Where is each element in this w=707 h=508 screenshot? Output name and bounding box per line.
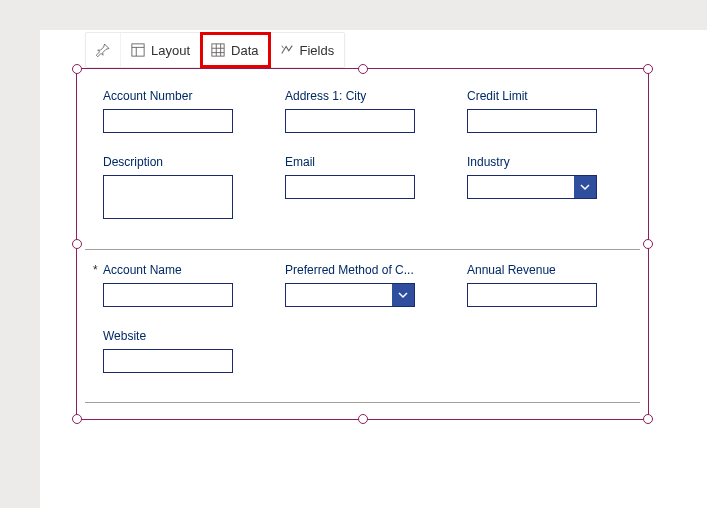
resize-handle-ml[interactable] bbox=[72, 239, 82, 249]
pin-button[interactable] bbox=[86, 33, 121, 67]
label-industry: Industry bbox=[467, 155, 627, 169]
layout-icon bbox=[131, 43, 145, 57]
label-annual-revenue: Annual Revenue bbox=[467, 263, 627, 277]
layout-label: Layout bbox=[151, 43, 190, 58]
input-website[interactable] bbox=[103, 349, 233, 373]
label-credit-limit: Credit Limit bbox=[467, 89, 627, 103]
pin-icon bbox=[96, 43, 110, 57]
fields-label: Fields bbox=[300, 43, 335, 58]
chevron-down-icon bbox=[398, 290, 408, 300]
resize-handle-tm[interactable] bbox=[358, 64, 368, 74]
dropdown-button-industry[interactable] bbox=[574, 176, 596, 198]
data-label: Data bbox=[231, 43, 258, 58]
grid-icon bbox=[211, 43, 225, 57]
field-description[interactable]: Description bbox=[103, 155, 263, 219]
svg-rect-3 bbox=[212, 44, 224, 56]
chevron-down-icon bbox=[580, 182, 590, 192]
dropdown-industry[interactable] bbox=[467, 175, 597, 199]
resize-handle-mr[interactable] bbox=[643, 239, 653, 249]
label-address1-city: Address 1: City bbox=[285, 89, 445, 103]
fields-button[interactable]: Fields bbox=[270, 33, 345, 67]
field-account-name[interactable]: * Account Name bbox=[103, 263, 263, 307]
input-email[interactable] bbox=[285, 175, 415, 199]
field-website[interactable]: Website bbox=[103, 329, 263, 373]
resize-handle-br[interactable] bbox=[643, 414, 653, 424]
required-mark: * bbox=[93, 263, 98, 277]
context-toolbar: Layout Data Fields bbox=[85, 32, 345, 68]
label-description: Description bbox=[103, 155, 263, 169]
input-address1-city[interactable] bbox=[285, 109, 415, 133]
form-selection-frame[interactable]: Account Number Address 1: City Credit Li… bbox=[76, 68, 649, 420]
resize-handle-tr[interactable] bbox=[643, 64, 653, 74]
field-preferred-method[interactable]: Preferred Method of C... bbox=[285, 263, 445, 307]
input-description[interactable] bbox=[103, 175, 233, 219]
label-email: Email bbox=[285, 155, 445, 169]
layout-button[interactable]: Layout bbox=[121, 33, 201, 67]
input-annual-revenue[interactable] bbox=[467, 283, 597, 307]
resize-handle-bm[interactable] bbox=[358, 414, 368, 424]
data-button[interactable]: Data bbox=[201, 33, 269, 67]
field-address1-city[interactable]: Address 1: City bbox=[285, 89, 445, 133]
label-account-number: Account Number bbox=[103, 89, 263, 103]
dropdown-button-preferred-method[interactable] bbox=[392, 284, 414, 306]
dropdown-preferred-method[interactable] bbox=[285, 283, 415, 307]
fields-icon bbox=[280, 43, 294, 57]
resize-handle-tl[interactable] bbox=[72, 64, 82, 74]
input-account-number[interactable] bbox=[103, 109, 233, 133]
form-area: Account Number Address 1: City Credit Li… bbox=[85, 79, 640, 409]
input-account-name[interactable] bbox=[103, 283, 233, 307]
field-industry[interactable]: Industry bbox=[467, 155, 627, 199]
section-divider-bottom bbox=[85, 402, 640, 403]
field-account-number[interactable]: Account Number bbox=[103, 89, 263, 133]
input-credit-limit[interactable] bbox=[467, 109, 597, 133]
field-annual-revenue[interactable]: Annual Revenue bbox=[467, 263, 627, 307]
label-website: Website bbox=[103, 329, 263, 343]
label-account-name: Account Name bbox=[103, 263, 263, 277]
field-credit-limit[interactable]: Credit Limit bbox=[467, 89, 627, 133]
field-email[interactable]: Email bbox=[285, 155, 445, 199]
section-divider bbox=[85, 249, 640, 250]
resize-handle-bl[interactable] bbox=[72, 414, 82, 424]
label-preferred-method: Preferred Method of C... bbox=[285, 263, 445, 277]
svg-rect-0 bbox=[132, 44, 144, 56]
